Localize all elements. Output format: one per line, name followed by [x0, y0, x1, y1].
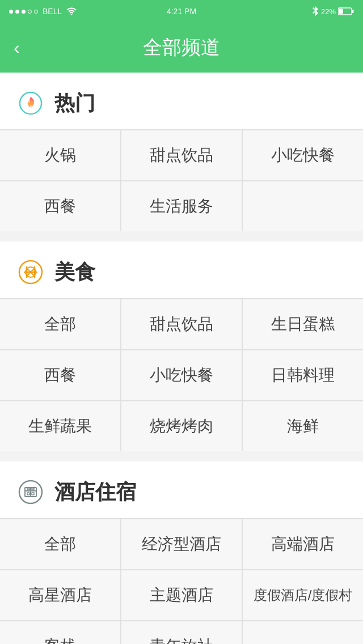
- signal-dot-1: [9, 10, 13, 14]
- section-hotel: 酒店住宿 全部 经济型酒店 高端酒店 高星酒店 主题酒店 度假酒店/度假村 客栈…: [0, 461, 363, 644]
- hot-item-4[interactable]: 生活服务: [121, 181, 242, 231]
- food-item-0[interactable]: 全部: [0, 299, 120, 349]
- hot-item-2[interactable]: 小吃快餐: [243, 130, 363, 180]
- hotel-item-8: [243, 621, 363, 644]
- hotel-item-1[interactable]: 经济型酒店: [121, 519, 242, 569]
- food-item-6[interactable]: 生鲜蔬果: [0, 401, 120, 451]
- bluetooth-icon: [312, 6, 319, 16]
- hotel-item-0[interactable]: 全部: [0, 519, 120, 569]
- section-hot: 热门 火锅 甜点饮品 小吃快餐 西餐 生活服务: [0, 73, 363, 231]
- food-item-4[interactable]: 小吃快餐: [121, 350, 242, 400]
- food-item-5[interactable]: 日韩料理: [243, 350, 363, 400]
- section-food-title: 美食: [54, 259, 95, 286]
- section-food-header: 美食: [0, 242, 363, 298]
- hot-item-3[interactable]: 西餐: [0, 181, 120, 231]
- svg-rect-17: [27, 488, 29, 490]
- hotel-item-5[interactable]: 度假酒店/度假村: [243, 570, 363, 620]
- wifi-icon: [66, 7, 77, 15]
- food-grid: 全部 甜点饮品 生日蛋糕 西餐 小吃快餐 日韩料理 生鲜蔬果 烧烤烤肉 海鲜: [0, 298, 363, 451]
- battery-icon: [338, 7, 354, 15]
- hotel-grid: 全部 经济型酒店 高端酒店 高星酒店 主题酒店 度假酒店/度假村 客栈 青年旅社: [0, 518, 363, 644]
- food-item-8[interactable]: 海鲜: [243, 401, 363, 451]
- section-hotel-title: 酒店住宿: [54, 478, 136, 506]
- hot-grid: 火锅 甜点饮品 小吃快餐 西餐 生活服务: [0, 129, 363, 231]
- status-time: 4:21 PM: [167, 7, 196, 16]
- hotel-item-2[interactable]: 高端酒店: [243, 519, 363, 569]
- status-right: 22%: [312, 6, 354, 16]
- svg-rect-18: [32, 488, 34, 490]
- svg-rect-2: [339, 9, 343, 14]
- section-food: 美食 全部 甜点饮品 生日蛋糕 西餐 小吃快餐 日韩料理 生鲜蔬果 烧烤烤肉 海…: [0, 242, 363, 451]
- signal-dot-3: [22, 10, 26, 14]
- signal-dot-2: [15, 10, 19, 14]
- nav-bar: ‹ 全部频道: [0, 23, 363, 73]
- hotel-item-6[interactable]: 客栈: [0, 621, 120, 644]
- svg-rect-1: [352, 10, 354, 13]
- food-item-1[interactable]: 甜点饮品: [121, 299, 242, 349]
- hotel-icon: [16, 477, 45, 507]
- hotel-item-4[interactable]: 主题酒店: [121, 570, 242, 620]
- nav-title: 全部频道: [143, 35, 220, 61]
- hot-item-0[interactable]: 火锅: [0, 130, 120, 180]
- hot-icon: [16, 88, 45, 118]
- battery-percent: 22%: [321, 7, 336, 16]
- section-hot-title: 热门: [54, 90, 95, 117]
- section-hot-header: 热门: [0, 73, 363, 129]
- food-item-3[interactable]: 西餐: [0, 350, 120, 400]
- food-item-2[interactable]: 生日蛋糕: [243, 299, 363, 349]
- food-icon: [16, 257, 45, 287]
- status-bar: BELL 4:21 PM 22%: [0, 0, 363, 23]
- hot-item-1[interactable]: 甜点饮品: [121, 130, 242, 180]
- hot-item-5: [243, 181, 363, 231]
- carrier-label: BELL: [43, 7, 62, 16]
- back-button[interactable]: ‹: [14, 37, 20, 58]
- hotel-item-3[interactable]: 高星酒店: [0, 570, 120, 620]
- section-hotel-header: 酒店住宿: [0, 461, 363, 518]
- food-item-7[interactable]: 烧烤烤肉: [121, 401, 242, 451]
- hotel-item-7[interactable]: 青年旅社: [121, 621, 242, 644]
- content: 热门 火锅 甜点饮品 小吃快餐 西餐 生活服务: [0, 73, 363, 644]
- signal-dot-4: [28, 10, 32, 14]
- svg-rect-15: [27, 493, 29, 495]
- status-left: BELL: [9, 7, 77, 16]
- signal-dot-5: [34, 10, 38, 14]
- svg-rect-16: [32, 493, 34, 495]
